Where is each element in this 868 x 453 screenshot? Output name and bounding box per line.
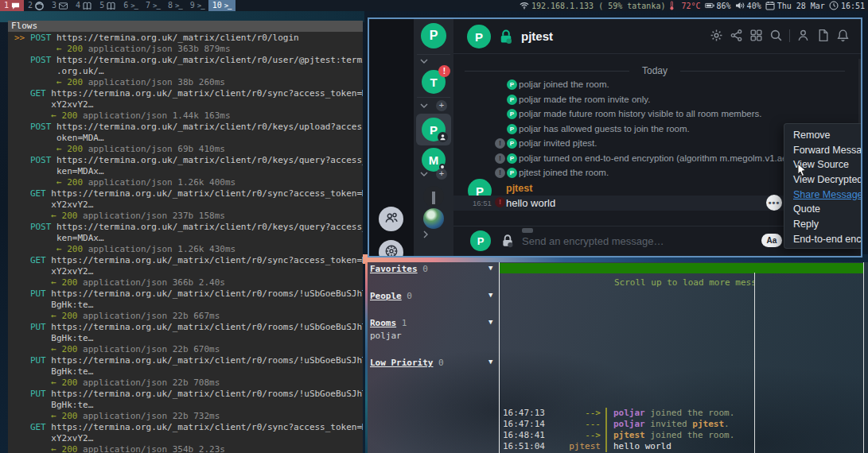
browser-icon <box>35 2 44 10</box>
workspace-button-9[interactable]: 9>_ <box>186 0 208 11</box>
composer-resize-handle[interactable] <box>522 228 533 233</box>
event-avatar: P <box>507 79 517 90</box>
terminal-icon: >_ <box>153 2 160 10</box>
event-avatar: P <box>507 95 517 105</box>
chevron-down-icon[interactable] <box>420 103 428 108</box>
room-avatar[interactable]: P <box>467 25 491 48</box>
room-avatar-earth[interactable] <box>423 208 444 229</box>
notifications-icon[interactable] <box>836 29 850 42</box>
menu-item-reply[interactable]: Reply <box>784 217 861 232</box>
flow-row[interactable]: PUT https://termina.org.uk/_matrix/clien… <box>14 355 363 366</box>
workspace-button-7[interactable]: 7>_ <box>142 0 164 11</box>
battery-icon <box>705 1 714 10</box>
flow-row[interactable]: PUT https://termina.org.uk/_matrix/clien… <box>14 322 363 333</box>
menu-item-view-decrypted-s[interactable]: View Decrypted S <box>784 172 861 188</box>
chevron-down-icon[interactable] <box>420 59 428 64</box>
buffer-section-rooms[interactable]: Rooms 1▼ <box>370 318 497 329</box>
nicklist-separator <box>863 262 864 453</box>
thermometer-icon <box>669 1 679 10</box>
buffer-section-people[interactable]: People 0▼ <box>370 291 497 302</box>
workspace-button-5[interactable]: 5 <box>95 0 119 11</box>
flow-row[interactable]: POST https://termina.org.uk/_matrix/clie… <box>14 155 363 166</box>
menu-item-view-source[interactable]: View Source <box>784 157 861 172</box>
apps-icon[interactable] <box>749 29 763 42</box>
collapse-arrow[interactable]: ▼ <box>488 358 492 366</box>
chevron-right-icon[interactable] <box>423 230 428 238</box>
event-avatar: P <box>507 124 517 134</box>
terminal-icon: >_ <box>197 2 204 10</box>
message-input[interactable]: Send an encrypted message… <box>522 235 664 247</box>
workspace-button-10[interactable]: 10>_ <box>208 0 235 11</box>
flow-row[interactable]: PUT https://termina.org.uk/_matrix/clien… <box>14 288 363 300</box>
workspace-button-3[interactable]: 3 <box>48 0 72 11</box>
collapse-arrow[interactable]: ▼ <box>488 318 492 326</box>
collapse-arrow[interactable]: ▼ <box>488 291 492 299</box>
buffer-section-low-priority[interactable]: Low Priority 0▼ <box>370 358 497 369</box>
room-avatar-tower[interactable] <box>423 186 444 207</box>
menu-item-forward-message[interactable]: Forward Message <box>784 143 861 158</box>
flow-row-wrap: BgHk:te… <box>14 333 363 344</box>
flow-row[interactable]: GET https://termina.org.uk/_matrix/clien… <box>14 422 363 433</box>
clock-icon <box>829 1 839 10</box>
scrollback-notice: Scroll up to load more mess <box>614 277 754 288</box>
menu-item-end-to-end-encry[interactable]: End-to-end encry <box>784 232 861 247</box>
terminal-icon: >_ <box>175 2 182 10</box>
book-icon <box>83 2 91 10</box>
flow-row-wrap: oken=MDA… <box>14 133 363 144</box>
flow-row[interactable]: GET https://termina.org.uk/_matrix/clien… <box>14 255 363 266</box>
collapse-arrow[interactable]: ▼ <box>488 264 492 272</box>
flow-row[interactable]: >> POST https://termina.org.uk/_matrix/c… <box>14 33 363 44</box>
add-room-button[interactable]: + <box>436 100 447 111</box>
people-icon <box>384 211 399 228</box>
workspace-button-1[interactable]: 1 <box>0 0 24 11</box>
share-icon[interactable] <box>730 29 743 42</box>
message-sender-name[interactable]: pjtest <box>506 183 532 194</box>
chevron-down-icon[interactable] <box>420 172 428 176</box>
members-icon[interactable] <box>796 29 810 42</box>
message-options-button[interactable]: ••• <box>766 195 782 211</box>
workspace-button-8[interactable]: 8>_ <box>164 0 186 11</box>
files-icon[interactable] <box>816 29 830 42</box>
workspace-button-6[interactable]: 6>_ <box>119 0 142 11</box>
mouse-cursor <box>797 163 807 177</box>
explore-button[interactable] <box>379 240 403 257</box>
date-separator-label: Today <box>642 65 668 76</box>
workspace-button-4[interactable]: 4 <box>72 0 95 11</box>
flow-row-wrap: BgHk:te… <box>14 366 363 378</box>
element-main: P pjtest Today Ppoljar joined the room.P… <box>453 19 861 256</box>
add-room-button-2[interactable]: + <box>436 168 447 180</box>
urgent-badge: ! <box>438 65 450 77</box>
user-menu-avatar[interactable]: P <box>421 23 446 48</box>
search-icon[interactable] <box>769 29 783 42</box>
flow-row-wrap: ken=MDAx… <box>14 233 363 244</box>
flow-list[interactable]: >> POST https://termina.org.uk/_matrix/c… <box>8 32 363 453</box>
flow-row[interactable]: POST https://termina.org.uk/_matrix/clie… <box>14 55 363 66</box>
chat-icon <box>11 2 20 10</box>
menu-item-remove[interactable]: Remove <box>784 128 861 143</box>
menu-item-share-message[interactable]: Share Message <box>784 188 861 203</box>
workspace-button-2[interactable]: 2 <box>24 0 48 11</box>
format-button[interactable]: Aa <box>761 234 782 247</box>
flow-response: ← 200 application/json 22b 670ms <box>14 344 363 355</box>
flow-response: ← 200 application/json 1.26k 430ms <box>14 244 363 255</box>
buffer-item-poljar[interactable]: poljar <box>370 331 497 342</box>
desktop: 123456>_7>_8>_9>_10>_ 192.168.1.133 ( 59… <box>0 0 868 453</box>
message-prefix: --- <box>527 419 601 429</box>
flow-row[interactable]: POST https://termina.org.uk/_matrix/clie… <box>14 122 363 133</box>
flow-response: ← 200 application/json 354b 2.23s <box>14 444 363 453</box>
settings-icon[interactable] <box>710 29 723 42</box>
menu-item-quote[interactable]: Quote <box>784 202 861 217</box>
status-event: Ppoljar made future room history visible… <box>453 107 861 122</box>
mitmproxy-title: Flows <box>8 21 363 32</box>
prefix-separator <box>605 430 607 441</box>
flow-row[interactable]: GET https://termina.org.uk/_matrix/clien… <box>14 188 363 199</box>
flow-row[interactable]: PUT https://termina.org.uk/_matrix/clien… <box>14 389 363 400</box>
flow-row[interactable]: POST https://termina.org.uk/_matrix/clie… <box>14 222 363 233</box>
flow-row[interactable]: GET https://termina.org.uk/_matrix/clien… <box>14 88 363 99</box>
people-button[interactable] <box>379 207 403 231</box>
buffer-section-favorites[interactable]: Favorites 0▼ <box>370 264 497 275</box>
tray-clock: 16:51 <box>829 1 865 10</box>
room-list-collapsed: P T!+PM+ <box>414 19 453 256</box>
header-icons <box>710 29 850 42</box>
flow-response: ← 200 application/json 237b 158ms <box>14 211 363 222</box>
